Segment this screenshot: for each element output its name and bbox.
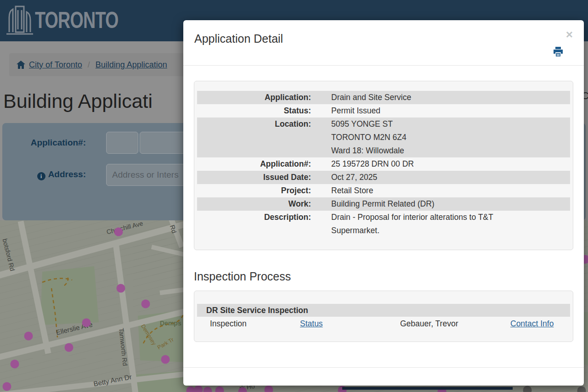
detail-row: Project:Retail Store bbox=[197, 184, 570, 197]
detail-value: 25 195728 DRN 00 DR bbox=[331, 157, 414, 171]
breadcrumb-section-link[interactable]: Building Application bbox=[96, 60, 167, 70]
application-detail-modal: Application Detail × Application:Drain a… bbox=[183, 20, 584, 386]
address-label: iAddress: bbox=[2, 169, 86, 180]
inspection-panel: DR Site Service Inspection Inspection St… bbox=[194, 291, 573, 342]
inspection-process-heading: Inspection Process bbox=[194, 270, 291, 283]
application-location-dot[interactable] bbox=[65, 343, 74, 352]
detail-label: Application: bbox=[197, 91, 317, 104]
detail-row: Issued Date:Oct 27, 2025 bbox=[197, 171, 570, 184]
application-location-dot[interactable] bbox=[3, 382, 11, 391]
detail-value: Drain and Site Service bbox=[331, 91, 411, 104]
detail-label: Status: bbox=[197, 104, 317, 118]
application-detail-table: Application:Drain and Site ServiceStatus… bbox=[194, 81, 573, 250]
application-number-prefix-input[interactable] bbox=[106, 132, 138, 154]
application-number-label: Application#: bbox=[2, 138, 86, 148]
detail-value: Oct 27, 2025 bbox=[331, 171, 377, 184]
detail-value: Permit Issued bbox=[331, 104, 380, 118]
application-location-dot[interactable] bbox=[204, 387, 212, 392]
close-icon[interactable]: × bbox=[566, 28, 573, 40]
modal-title: Application Detail bbox=[194, 32, 283, 45]
page-title: Building Applicati bbox=[3, 90, 153, 112]
detail-value: Drain - Proposal for interior alteration… bbox=[331, 211, 530, 237]
detail-value: 5095 YONGE ST TORONTO M2N 6Z4 Ward 18: W… bbox=[331, 118, 407, 157]
toronto-skyline-icon bbox=[6, 4, 34, 37]
map-dot-gray[interactable] bbox=[523, 386, 532, 392]
detail-row: Application:Drain and Site Service bbox=[197, 91, 570, 104]
toronto-logo: TORONTO bbox=[6, 4, 136, 37]
detail-row: Status:Permit Issued bbox=[197, 104, 570, 118]
application-location-dot[interactable] bbox=[24, 332, 33, 341]
detail-value: Retail Store bbox=[331, 184, 373, 197]
application-location-dot[interactable] bbox=[141, 300, 150, 308]
map-dot-gray[interactable] bbox=[577, 386, 586, 392]
modal-header: Application Detail × bbox=[183, 20, 584, 66]
application-location-dot[interactable] bbox=[117, 284, 125, 293]
inspection-row: Inspection Status Gebauer, Trevor Contac… bbox=[197, 317, 570, 330]
detail-row: Description:Drain - Proposal for interio… bbox=[197, 211, 570, 237]
street-label: Demps bbox=[160, 319, 181, 327]
application-location-dot[interactable] bbox=[114, 228, 123, 236]
application-location-dot[interactable] bbox=[11, 360, 19, 369]
detail-label: Application#: bbox=[197, 157, 317, 171]
detail-label: Description: bbox=[197, 211, 317, 237]
detail-label: Issued Date: bbox=[197, 171, 317, 184]
info-icon[interactable]: i bbox=[37, 172, 45, 180]
inspection-group-header: DR Site Service Inspection bbox=[197, 304, 570, 317]
print-icon[interactable] bbox=[553, 46, 564, 59]
detail-row: Location:5095 YONGE ST TORONTO M2N 6Z4 W… bbox=[197, 118, 570, 157]
detail-row: Work:Building Permit Related (DR) bbox=[197, 197, 570, 211]
application-location-dot[interactable] bbox=[161, 355, 170, 364]
detail-row: Application#:25 195728 DRN 00 DR bbox=[197, 157, 570, 171]
logo-wordmark: TORONTO bbox=[35, 7, 118, 34]
inspection-type: Inspection bbox=[210, 317, 247, 330]
home-icon bbox=[17, 61, 25, 69]
inspection-status-link[interactable]: Status bbox=[300, 317, 323, 330]
modal-footer bbox=[183, 367, 584, 386]
map-bottom-bar bbox=[342, 387, 513, 390]
application-location-dot[interactable] bbox=[265, 386, 273, 392]
detail-value: Building Permit Related (DR) bbox=[331, 197, 435, 211]
breadcrumb-home-link[interactable]: City of Toronto bbox=[29, 60, 82, 70]
contact-info-link[interactable]: Contact Info bbox=[510, 317, 554, 330]
inspector-name: Gebauer, Trevor bbox=[400, 317, 458, 330]
application-location-dot[interactable] bbox=[82, 319, 91, 327]
detail-label: Location: bbox=[197, 118, 317, 157]
detail-label: Work: bbox=[197, 197, 317, 211]
breadcrumb-separator: / bbox=[88, 60, 90, 70]
detail-label: Project: bbox=[197, 184, 317, 197]
application-location-dot[interactable] bbox=[194, 386, 203, 392]
application-location-dot[interactable] bbox=[215, 386, 224, 392]
